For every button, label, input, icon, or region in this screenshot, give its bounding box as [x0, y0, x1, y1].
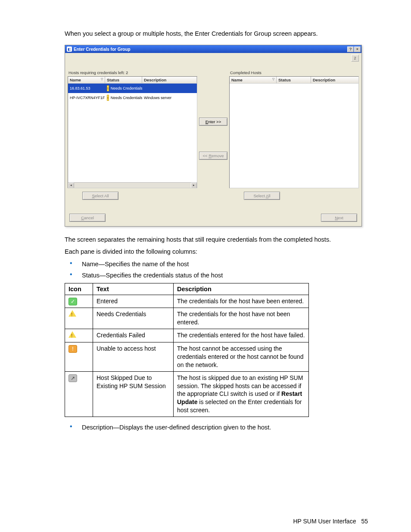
col-name[interactable]: Name▽: [230, 77, 277, 83]
left-list-header: Name▽ Status Description: [68, 77, 197, 84]
alert-icon: !: [68, 345, 77, 353]
next-button[interactable]: Next: [321, 214, 357, 222]
enter-button[interactable]: Enter >>: [199, 118, 227, 126]
scroll-right-icon[interactable]: ▸: [191, 183, 197, 188]
left-host-list: Name▽ Status Description 16.83.61.53 !Ne…: [68, 76, 197, 188]
bullet-list-b: Description—Displays the user-defined de…: [65, 423, 368, 432]
right-host-list: Name▽ Status Description: [229, 76, 359, 188]
warning-icon: !: [107, 85, 109, 91]
page-footer: HP SUM User Interface55: [65, 518, 368, 525]
table-row: ✓ Entered The credentials for the host h…: [65, 295, 309, 308]
list-item[interactable]: 16.83.61.53 !Needs Credentials: [68, 84, 197, 93]
bullet-list-a: Name—Specifies the name of the host Stat…: [65, 260, 368, 280]
select-all-right-button[interactable]: Select All: [244, 192, 280, 200]
warning-icon: !: [107, 95, 109, 101]
list-item[interactable]: HP-IVC7XRN4YF1F !Needs Credentials Windo…: [68, 93, 197, 103]
body-para-2: Each pane is divided into the following …: [65, 247, 368, 256]
right-list-header: Name▽ Status Description: [230, 77, 358, 84]
right-pane-label: Completed Hosts: [230, 70, 359, 75]
intro-text: When you select a group or multiple host…: [65, 30, 368, 37]
th-text: Text: [93, 283, 174, 295]
table-row: ! Unable to access host The host cannot …: [65, 342, 309, 371]
skipped-icon: ↗: [68, 374, 77, 382]
bullet-item: Status—Specifies the credentials status …: [65, 271, 368, 280]
remove-button[interactable]: << Remove: [199, 152, 227, 160]
table-row: ! Needs Credentials The credentials for …: [65, 308, 309, 329]
th-desc: Description: [174, 283, 309, 295]
col-desc[interactable]: Description: [311, 77, 358, 83]
app-icon: ◧: [67, 47, 72, 52]
col-desc[interactable]: Description: [142, 77, 197, 83]
status-table: Icon Text Description ✓ Entered The cred…: [65, 283, 309, 417]
col-status[interactable]: Status: [105, 77, 142, 83]
help-button[interactable]: ?: [347, 47, 354, 52]
select-all-left-button[interactable]: Select All: [82, 192, 118, 200]
left-pane-label: Hosts requiring credentials left: 2: [68, 70, 197, 75]
col-status[interactable]: Status: [277, 77, 311, 83]
close-button[interactable]: ×: [354, 47, 361, 52]
step-badge: 2: [351, 55, 359, 62]
bullet-item: Description—Displays the user-defined de…: [65, 423, 368, 432]
screenshot-dialog: ◧ Enter Credentials for Group ? × 2 Host…: [65, 45, 362, 227]
bullet-item: Name—Specifies the name of the host: [65, 260, 368, 268]
check-icon: ✓: [68, 298, 77, 305]
scroll-left-icon[interactable]: ◂: [68, 183, 74, 188]
table-row: ↗ Host Skipped Due to Existing HP SUM Se…: [65, 371, 309, 417]
col-name[interactable]: Name▽: [68, 77, 105, 83]
th-icon: Icon: [65, 283, 93, 295]
table-row: ! Credentials Failed The credentials ent…: [65, 329, 309, 342]
body-para-1: The screen separates the remaining hosts…: [65, 235, 368, 244]
dialog-title: Enter Credentials for Group: [74, 47, 347, 52]
cancel-button[interactable]: Cancel: [69, 214, 106, 222]
horizontal-scrollbar[interactable]: ◂ ▸: [68, 182, 197, 188]
titlebar: ◧ Enter Credentials for Group ? ×: [65, 45, 361, 53]
